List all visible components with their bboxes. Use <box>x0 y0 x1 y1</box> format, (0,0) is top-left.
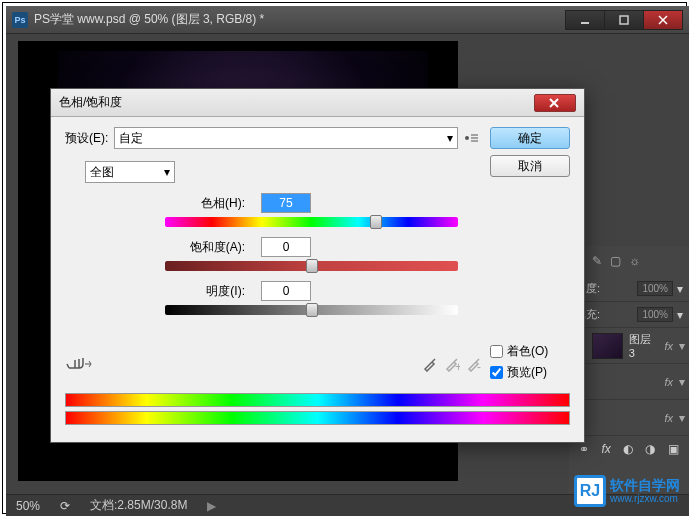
fill-value[interactable]: 100% <box>637 307 673 322</box>
chevron-down-icon[interactable]: ▾ <box>677 282 683 296</box>
preset-select[interactable]: 自定 ▾ <box>114 127 458 149</box>
lightness-slider[interactable] <box>165 305 458 315</box>
arrow-right-icon[interactable]: ▶ <box>207 499 216 513</box>
layers-panel: T ✎ ▢ ☼ 明度: 100% ▾ 填充: 100% ▾ 👁 图层 3 fx … <box>569 246 689 496</box>
fx-badge[interactable]: fx <box>664 376 673 388</box>
opacity-value[interactable]: 100% <box>637 281 673 296</box>
scrub-hand-icon[interactable] <box>65 354 95 374</box>
doc-size: 文档:2.85M/30.8M <box>90 497 187 514</box>
hue-input[interactable] <box>261 193 311 213</box>
layer-tools: ⚭ fx ◐ ◑ ▣ <box>569 436 689 462</box>
slider-thumb[interactable] <box>370 215 382 229</box>
link-icon[interactable]: ⚭ <box>579 442 589 456</box>
shape-tool-icon[interactable]: ▢ <box>610 254 621 268</box>
colorize-checkbox[interactable] <box>490 345 503 358</box>
chevron-down-icon: ▾ <box>164 165 170 179</box>
maximize-button[interactable] <box>604 10 644 30</box>
lightness-input[interactable] <box>261 281 311 301</box>
saturation-label: 饱和度(A): <box>165 239 245 256</box>
saturation-slider[interactable] <box>165 261 458 271</box>
light-tool-icon[interactable]: ☼ <box>629 254 640 268</box>
hue-saturation-dialog: 色相/饱和度 预设(E): 自定 ▾ 全图 ▾ 色相 <box>50 88 585 443</box>
folder-icon[interactable]: ▣ <box>668 442 679 456</box>
cancel-label: 取消 <box>518 158 542 175</box>
ok-label: 确定 <box>518 130 542 147</box>
layer-thumbnail[interactable] <box>592 333 623 359</box>
fx-badge[interactable]: fx <box>664 412 673 424</box>
lightness-label: 明度(I): <box>165 283 245 300</box>
watermark-badge: RJ <box>574 475 606 507</box>
svg-text:+: + <box>455 360 460 372</box>
dialog-close-button[interactable] <box>534 94 576 112</box>
window-title: PS学堂 www.psd @ 50% (图层 3, RGB/8) * <box>34 11 264 28</box>
minimize-button[interactable] <box>565 10 605 30</box>
eyedropper-subtract-icon[interactable]: - <box>466 356 482 372</box>
hue-strip-bottom <box>65 411 570 425</box>
ps-app-icon: Ps <box>12 12 28 28</box>
svg-point-6 <box>465 136 469 140</box>
fx-icon[interactable]: fx <box>601 442 610 456</box>
ok-button[interactable]: 确定 <box>490 127 570 149</box>
close-window-button[interactable] <box>643 10 683 30</box>
eyedropper-add-icon[interactable]: + <box>444 356 460 372</box>
dialog-titlebar[interactable]: 色相/饱和度 <box>51 89 584 117</box>
hue-strip-top <box>65 393 570 407</box>
slider-thumb[interactable] <box>306 303 318 317</box>
sync-icon[interactable]: ⟳ <box>60 499 70 513</box>
cancel-button[interactable]: 取消 <box>490 155 570 177</box>
chevron-down-icon[interactable]: ▾ <box>677 308 683 322</box>
chevron-down-icon[interactable]: ▾ <box>679 411 685 425</box>
chevron-down-icon[interactable]: ▾ <box>679 375 685 389</box>
dialog-title: 色相/饱和度 <box>59 94 122 111</box>
hue-label: 色相(H): <box>165 195 245 212</box>
watermark-url: www.rjzxw.com <box>610 493 680 504</box>
preset-value: 自定 <box>119 130 143 147</box>
hue-slider[interactable] <box>165 217 458 227</box>
preview-label: 预览(P) <box>507 364 547 381</box>
svg-text:-: - <box>477 360 481 372</box>
watermark: RJ 软件自学网 www.rjzxw.com <box>574 475 680 507</box>
svg-rect-1 <box>620 16 628 24</box>
chevron-down-icon: ▾ <box>447 131 453 145</box>
fx-badge[interactable]: fx <box>664 340 673 352</box>
layer-name[interactable]: 图层 3 <box>629 332 659 359</box>
preset-menu-icon[interactable] <box>464 132 478 144</box>
eyedropper-icon[interactable] <box>422 356 438 372</box>
edit-channel-value: 全图 <box>90 164 114 181</box>
colorize-label: 着色(O) <box>507 343 548 360</box>
chevron-down-icon[interactable]: ▾ <box>679 339 685 353</box>
slider-thumb[interactable] <box>306 259 318 273</box>
preset-label: 预设(E): <box>65 130 108 147</box>
zoom-level[interactable]: 50% <box>16 499 40 513</box>
panel-tool-row: T ✎ ▢ ☼ <box>569 246 689 276</box>
watermark-cn: 软件自学网 <box>610 478 680 493</box>
app-titlebar: Ps PS学堂 www.psd @ 50% (图层 3, RGB/8) * <box>6 6 689 34</box>
layer-row[interactable]: 👁 图层 3 fx ▾ <box>569 328 689 364</box>
saturation-input[interactable] <box>261 237 311 257</box>
layer-row[interactable]: 👁 fx ▾ <box>569 364 689 400</box>
path-tool-icon[interactable]: ✎ <box>592 254 602 268</box>
adjustment-icon[interactable]: ◑ <box>645 442 655 456</box>
mask-icon[interactable]: ◐ <box>623 442 633 456</box>
preview-checkbox[interactable] <box>490 366 503 379</box>
layer-row[interactable]: 👁 fx ▾ <box>569 400 689 436</box>
edit-channel-select[interactable]: 全图 ▾ <box>85 161 175 183</box>
